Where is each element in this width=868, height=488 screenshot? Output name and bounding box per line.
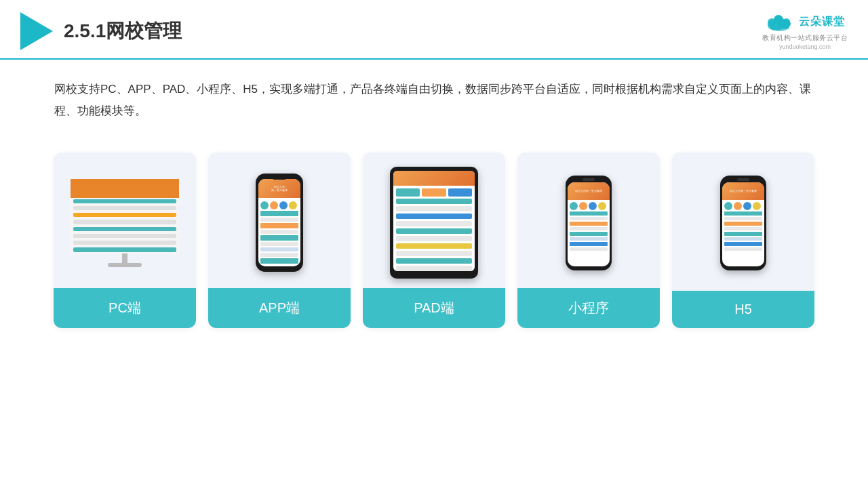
cloud-icon: [765, 13, 795, 32]
phone-h5-icon: 职达人的第一堂兴趣课: [720, 176, 766, 270]
card-pad-label: PAD端: [363, 288, 505, 328]
card-pc[interactable]: PC端: [54, 152, 196, 328]
svg-point-6: [783, 18, 790, 25]
card-pc-image: [54, 152, 196, 288]
card-pad-image: [363, 152, 505, 288]
cloud-logo: 云朵课堂: [765, 13, 845, 32]
card-app-image: 职达人的第一堂兴趣课: [208, 152, 351, 288]
card-app[interactable]: 职达人的第一堂兴趣课: [208, 152, 351, 328]
card-miniprogram-label: 小程序: [517, 288, 660, 328]
logo-url: yunduoketang.com: [779, 43, 831, 50]
pc-monitor-icon: [71, 179, 179, 267]
card-h5[interactable]: 职达人的第一堂兴趣课: [672, 152, 814, 328]
page-header: 2.5.1网校管理 云朵课堂 教育机构一站式服务云平台 yunduoketang…: [0, 0, 868, 60]
card-pad[interactable]: PAD端: [363, 152, 505, 328]
card-miniprogram-image: 职达人的第一堂兴趣课: [517, 152, 660, 288]
page-title: 2.5.1网校管理: [64, 18, 182, 44]
brand-triangle-icon: [20, 12, 53, 50]
svg-rect-3: [770, 26, 789, 29]
phone-miniprogram-icon: 职达人的第一堂兴趣课: [566, 176, 612, 270]
logo-name: 云朵课堂: [799, 15, 845, 29]
card-app-label: APP端: [208, 288, 351, 328]
card-h5-image: 职达人的第一堂兴趣课: [672, 152, 814, 288]
svg-point-5: [774, 15, 783, 24]
description-text: 网校支持PC、APP、PAD、小程序、H5，实现多端打通，产品各终端自由切换，数…: [0, 60, 868, 129]
header-right: 云朵课堂 教育机构一站式服务云平台 yunduoketang.com: [762, 13, 848, 50]
card-miniprogram[interactable]: 职达人的第一堂兴趣课: [517, 152, 660, 328]
phone-app-icon: 职达人的第一堂兴趣课: [256, 174, 303, 272]
logo-tagline: 教育机构一站式服务云平台: [762, 33, 848, 43]
platform-cards: PC端 职达人的第一堂兴趣课: [0, 136, 868, 348]
card-h5-label: H5: [672, 291, 814, 328]
header-left: 2.5.1网校管理: [20, 12, 182, 50]
card-pc-label: PC端: [54, 288, 196, 328]
pad-icon: [390, 167, 478, 279]
